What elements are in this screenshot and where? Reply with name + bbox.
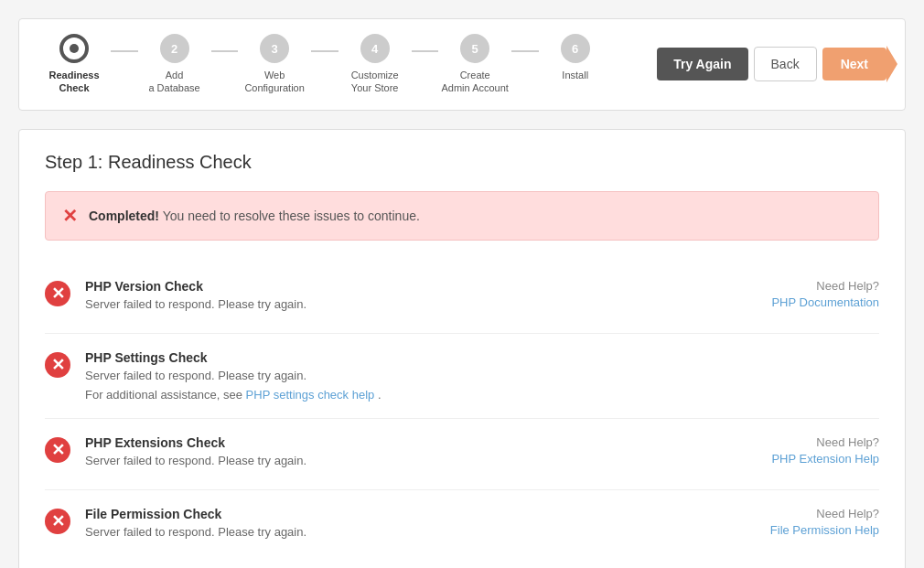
step-4: 4 CustomizeYour Store [338, 34, 439, 95]
line-1-2 [111, 50, 138, 52]
error-icon-php-version: ✕ [45, 281, 70, 306]
check-php-extensions-desc: Server failed to respond. Please try aga… [85, 454, 727, 467]
help-label-php-version: Need Help? [742, 279, 879, 293]
error-icon-php-extensions: ✕ [45, 437, 70, 463]
alert-bold: Completed! [89, 209, 159, 223]
step-3: 3 WebConfiguration [238, 34, 338, 95]
help-link-file-permission[interactable]: File Permission Help [742, 522, 879, 537]
help-link-php-extensions[interactable]: PHP Extension Help [742, 451, 879, 466]
top-bar: ReadinessCheck 2 Adda Database 3 WebConf… [18, 18, 906, 111]
step-1-inner: ReadinessCheck [38, 34, 111, 95]
file-perm-help-link[interactable]: File Permission Help [770, 523, 879, 537]
alert-message: Completed! You need to resolve these iss… [89, 209, 420, 223]
step-1: ReadinessCheck [38, 34, 138, 95]
step-4-label: CustomizeYour Store [351, 69, 399, 95]
check-php-extensions-content: PHP Extensions Check Server failed to re… [85, 435, 727, 473]
check-file-permission-desc: Server failed to respond. Please try aga… [85, 525, 727, 539]
check-php-settings-title: PHP Settings Check [85, 350, 727, 365]
check-php-settings-extra: For additional assistance, see PHP setti… [85, 388, 727, 402]
check-file-permission-content: File Permission Check Server failed to r… [85, 507, 727, 544]
line-2-3 [211, 50, 239, 52]
check-php-version: ✕ PHP Version Check Server failed to res… [45, 263, 879, 334]
next-button[interactable]: Next [822, 48, 886, 80]
check-php-settings-extra-text: For additional assistance, see [85, 388, 246, 402]
check-php-version-content: PHP Version Check Server failed to respo… [85, 279, 727, 316]
check-php-extensions: ✕ PHP Extensions Check Server failed to … [45, 419, 879, 490]
main-content: Step 1: Readiness Check ✕ Completed! You… [18, 129, 906, 568]
step-6-circle: 6 [561, 34, 590, 63]
try-again-button[interactable]: Try Again [657, 48, 747, 80]
alert-banner: ✕ Completed! You need to resolve these i… [45, 191, 879, 241]
step-1-label: ReadinessCheck [48, 69, 99, 95]
step-2: 2 Adda Database [138, 34, 239, 95]
step-3-inner: 3 WebConfiguration [238, 34, 311, 95]
alert-icon: ✕ [62, 205, 78, 227]
step-6: 6 Install [539, 34, 639, 81]
line-5-6 [511, 50, 539, 52]
step-5: 5 CreateAdmin Account [438, 34, 539, 95]
line-4-5 [412, 50, 439, 52]
step-3-circle: 3 [260, 34, 289, 63]
page-title: Step 1: Readiness Check [45, 152, 879, 173]
check-php-settings-desc: Server failed to respond. Please try aga… [85, 369, 727, 382]
checks-list: ✕ PHP Version Check Server failed to res… [45, 263, 879, 561]
help-link-php-version[interactable]: PHP Documentation [742, 295, 879, 309]
step-6-inner: 6 Install [539, 34, 612, 81]
check-file-permission-help: Need Help? File Permission Help [742, 507, 879, 537]
step-2-label: Adda Database [148, 69, 199, 95]
check-php-version-desc: Server failed to respond. Please try aga… [85, 297, 727, 311]
help-label-file-permission: Need Help? [742, 507, 879, 520]
check-php-settings: ✕ PHP Settings Check Server failed to re… [45, 334, 879, 419]
step-5-inner: 5 CreateAdmin Account [438, 34, 511, 95]
check-php-settings-content: PHP Settings Check Server failed to resp… [85, 350, 727, 402]
error-icon-file-permission: ✕ [45, 509, 70, 534]
check-php-version-help: Need Help? PHP Documentation [742, 279, 879, 309]
step-3-label: WebConfiguration [244, 69, 304, 95]
back-button[interactable]: Back [754, 47, 817, 81]
nav-buttons: Try Again Back Next [657, 47, 886, 81]
php-ext-help-link[interactable]: PHP Extension Help [771, 452, 879, 466]
step-2-inner: 2 Adda Database [138, 34, 211, 95]
step-2-circle: 2 [160, 34, 189, 63]
step-6-label: Install [562, 69, 588, 81]
check-php-version-title: PHP Version Check [85, 279, 727, 294]
step-5-label: CreateAdmin Account [442, 69, 509, 95]
steps-container: ReadinessCheck 2 Adda Database 3 WebConf… [38, 34, 639, 95]
check-php-extensions-title: PHP Extensions Check [85, 435, 727, 450]
step-4-inner: 4 CustomizeYour Store [338, 34, 412, 95]
help-label-php-extensions: Need Help? [742, 435, 879, 449]
step-4-circle: 4 [360, 34, 390, 63]
line-3-4 [311, 50, 338, 52]
check-file-permission-title: File Permission Check [85, 507, 727, 521]
php-settings-help-link[interactable]: PHP settings check help [246, 388, 375, 402]
alert-body: You need to resolve these issues to cont… [159, 209, 420, 223]
error-icon-php-settings: ✕ [45, 352, 70, 378]
check-php-extensions-help: Need Help? PHP Extension Help [742, 435, 879, 466]
step-5-circle: 5 [460, 34, 489, 63]
step-1-circle [59, 34, 89, 63]
check-file-permission: ✕ File Permission Check Server failed to… [45, 490, 879, 561]
php-doc-link[interactable]: PHP Documentation [771, 295, 879, 309]
